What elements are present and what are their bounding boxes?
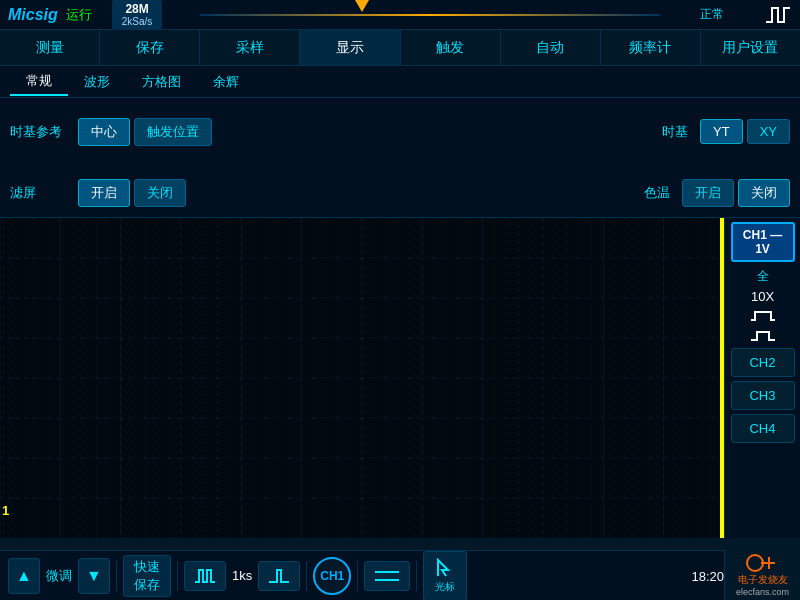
top-bar: Micsig 运行 28M 2kSa/s 正常 xyxy=(0,0,800,30)
filter-btns: 开启 关闭 xyxy=(78,179,186,207)
sub-menu: 常规 波形 方格图 余辉 xyxy=(0,66,800,98)
menu-auto[interactable]: 自动 xyxy=(501,30,601,65)
cursor-btn[interactable]: 光标 xyxy=(423,551,467,601)
wave-icon-1 xyxy=(749,308,777,324)
control-row-1: 时基参考 中心 触发位置 时基 YT XY xyxy=(10,106,790,158)
waveform-icon-top xyxy=(764,2,792,33)
color-temp-btns: 开启 关闭 xyxy=(682,179,790,207)
run-status: 运行 xyxy=(66,6,92,24)
color-temp-label: 色温 xyxy=(644,184,674,202)
ch1-badge[interactable]: CH1 — 1V xyxy=(731,222,795,262)
ch2-btn[interactable]: CH2 xyxy=(731,348,795,377)
waveform-icon xyxy=(193,566,217,586)
svg-point-2 xyxy=(747,555,763,571)
menu-display[interactable]: 显示 xyxy=(300,30,400,65)
sub-waveform[interactable]: 波形 xyxy=(68,69,126,95)
btn-center[interactable]: 中心 xyxy=(78,118,130,146)
app-logo: Micsig xyxy=(8,6,58,24)
sample-time-label: 1ks xyxy=(232,568,252,583)
wave-icon-2 xyxy=(749,328,777,344)
ch1-line1: CH1 — xyxy=(743,228,782,242)
trigger-indicator xyxy=(355,0,369,12)
save-line2: 保存 xyxy=(134,576,160,594)
main-menu: 测量 保存 采样 显示 触发 自动 频率计 用户设置 xyxy=(0,30,800,66)
waveform-container: 1 CH1 — 1V 全 10X CH2 CH3 CH4 xyxy=(0,218,800,538)
ch1-marker: 1 xyxy=(0,503,11,518)
waveform-btn[interactable] xyxy=(184,561,226,591)
ch1-line2: 1V xyxy=(755,242,770,256)
ch4-btn[interactable]: CH4 xyxy=(731,414,795,443)
fine-tune-label: 微调 xyxy=(46,567,72,585)
sample-info: 28M 2kSa/s xyxy=(112,0,163,29)
sample-rate: 2kSa/s xyxy=(122,16,153,27)
time-display: 18:20 xyxy=(691,569,724,584)
sample-size: 28M xyxy=(125,2,148,16)
arrow-up-btn[interactable]: ▲ xyxy=(8,558,40,594)
wm-text2: elecfans.com xyxy=(736,587,789,597)
timebase-right: 时基 YT XY xyxy=(662,119,790,144)
ch1-circle-btn[interactable]: CH1 xyxy=(313,557,351,595)
ch1-sub: 全 xyxy=(757,268,769,285)
sep-5 xyxy=(416,561,417,591)
btn-color-on[interactable]: 开启 xyxy=(682,179,734,207)
control-row-2: 滤屏 开启 关闭 色温 开启 关闭 xyxy=(10,168,790,220)
btn-yt[interactable]: YT xyxy=(700,119,743,144)
wave-icons xyxy=(749,308,777,344)
quick-save-btn[interactable]: 快速 保存 xyxy=(123,555,171,597)
menu-sample[interactable]: 采样 xyxy=(200,30,300,65)
probe-label: 10X xyxy=(751,289,774,304)
cursor-label: 光标 xyxy=(435,580,455,594)
lines-btn[interactable] xyxy=(364,561,410,591)
wm-text: 电子发烧友 xyxy=(738,573,788,587)
right-panel: CH1 — 1V 全 10X CH2 CH3 CH4 xyxy=(724,218,800,538)
btn-trigger-pos[interactable]: 触发位置 xyxy=(134,118,212,146)
grid-canvas xyxy=(0,218,724,538)
ch3-btn[interactable]: CH3 xyxy=(731,381,795,410)
sub-normal[interactable]: 常规 xyxy=(10,68,68,96)
controls-area: 时基参考 中心 触发位置 时基 YT XY 滤屏 开启 关闭 色温 开启 关闭 xyxy=(0,98,800,218)
trigger-line xyxy=(200,14,660,16)
normal-label: 正常 xyxy=(700,6,724,23)
menu-freq[interactable]: 频率计 xyxy=(601,30,701,65)
bottom-bar: ▲ 微调 ▼ 快速 保存 1ks CH1 xyxy=(0,550,800,600)
timebase-ref-btns: 中心 触发位置 xyxy=(78,118,212,146)
filter-label: 滤屏 xyxy=(10,184,70,202)
menu-user[interactable]: 用户设置 xyxy=(701,30,800,65)
timebase-btns: YT XY xyxy=(700,119,790,144)
sep-1 xyxy=(116,561,117,591)
timebase-label: 时基 xyxy=(662,123,692,141)
single-pulse-btn[interactable] xyxy=(258,561,300,591)
btn-color-off[interactable]: 关闭 xyxy=(738,179,790,207)
menu-save[interactable]: 保存 xyxy=(100,30,200,65)
btn-filter-on[interactable]: 开启 xyxy=(78,179,130,207)
color-temp-right: 色温 开启 关闭 xyxy=(644,179,790,207)
sub-grid[interactable]: 方格图 xyxy=(126,69,197,95)
logo-watermark: 电子发烧友 elecfans.com xyxy=(724,550,800,600)
sep-3 xyxy=(306,561,307,591)
menu-measure[interactable]: 测量 xyxy=(0,30,100,65)
cursor-icon xyxy=(434,558,456,578)
arrow-down-btn[interactable]: ▼ xyxy=(78,558,110,594)
waveform-area: 1 xyxy=(0,218,724,538)
sep-2 xyxy=(177,561,178,591)
single-pulse-icon xyxy=(267,566,291,586)
sub-afterglow[interactable]: 余辉 xyxy=(197,69,255,95)
save-line1: 快速 xyxy=(134,558,160,576)
btn-filter-off[interactable]: 关闭 xyxy=(134,179,186,207)
menu-trigger[interactable]: 触发 xyxy=(401,30,501,65)
btn-xy[interactable]: XY xyxy=(747,119,790,144)
watermark-icon xyxy=(743,553,783,573)
lines-icon xyxy=(373,566,401,586)
sep-4 xyxy=(357,561,358,591)
timebase-ref-label: 时基参考 xyxy=(10,123,70,141)
yellow-line xyxy=(720,218,724,538)
